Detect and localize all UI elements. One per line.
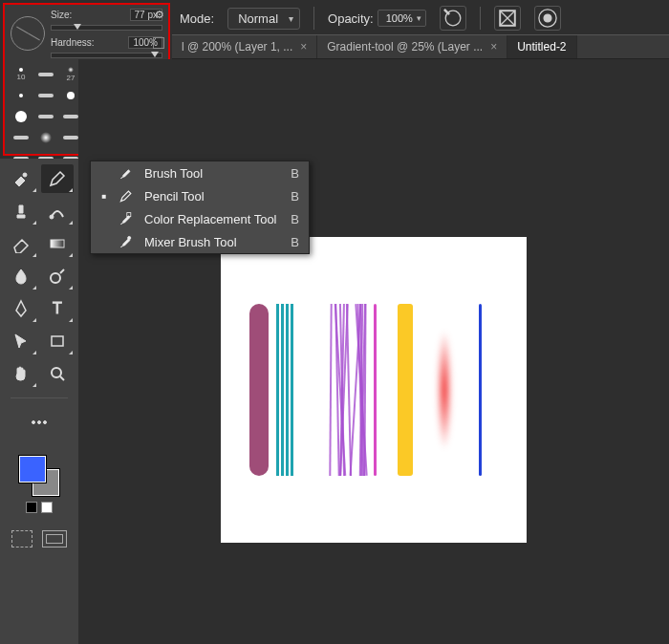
flyout-indicator-icon: [69, 318, 73, 322]
mode-label: Mode:: [180, 11, 214, 26]
svg-point-4: [23, 173, 27, 177]
tools-toolbar: T: [0, 159, 78, 644]
hardness-label: Hardness:: [51, 37, 95, 48]
brush-preset[interactable]: [9, 106, 33, 127]
brush-preset[interactable]: [33, 85, 58, 106]
svg-point-7: [51, 273, 60, 283]
flyout-indicator-icon: [32, 318, 36, 322]
gradient-tool[interactable]: [41, 229, 74, 258]
flyout-item-mixer[interactable]: Mixer Brush ToolB: [91, 230, 309, 253]
color-replace-icon: [118, 211, 135, 226]
airbrush-button[interactable]: [494, 6, 521, 31]
sample-stroke: [276, 304, 293, 476]
sample-stroke: [479, 304, 482, 476]
hand-tool[interactable]: [5, 359, 37, 388]
brush-tool-flyout: Brush ToolB■Pencil ToolBColor Replacemen…: [90, 161, 310, 254]
screenmode-button[interactable]: [42, 530, 67, 547]
chevron-down-icon: ▾: [417, 13, 421, 23]
options-bar: Mode: Normal ▾ Opacity: 100%▾: [172, 4, 669, 32]
flyout-shortcut: B: [291, 189, 299, 204]
flyout-indicator-icon: [69, 188, 73, 192]
flyout-indicator-icon: [32, 221, 36, 225]
tab-label: Gradient-tool @ 25% (Layer ...: [327, 40, 483, 54]
dodge-tool[interactable]: [41, 262, 74, 290]
active-mark: ■: [100, 192, 108, 201]
flip-icon[interactable]: [153, 37, 164, 49]
flyout-item-pencil[interactable]: ■Pencil ToolB: [91, 184, 309, 207]
svg-text:T: T: [53, 300, 62, 316]
opacity-label: Opacity:: [328, 11, 374, 26]
document-tab[interactable]: l @ 200% (Layer 1, ...×: [172, 35, 317, 58]
size-slider[interactable]: [51, 25, 162, 31]
svg-rect-6: [51, 240, 64, 247]
flyout-item-color-replace[interactable]: Color Replacement ToolB: [91, 207, 309, 230]
foreground-swatch[interactable]: [19, 456, 46, 483]
pencil-tool[interactable]: [41, 164, 74, 193]
blur-tool[interactable]: [5, 262, 37, 290]
sample-stroke: [436, 304, 453, 476]
pen-tool[interactable]: [5, 294, 37, 323]
quickmask-button[interactable]: [11, 530, 32, 547]
default-swap-icons[interactable]: [26, 502, 53, 513]
separator: [11, 397, 68, 398]
color-swatches[interactable]: [19, 456, 59, 496]
brush-preset[interactable]: [9, 127, 33, 148]
document-tab[interactable]: Untitled-2: [507, 35, 576, 58]
flyout-shortcut: B: [291, 212, 299, 226]
brush-preset[interactable]: [9, 85, 33, 106]
opacity-value[interactable]: 100%▾: [378, 10, 426, 27]
rectangle-tool[interactable]: [41, 327, 74, 355]
svg-point-13: [44, 421, 47, 424]
brush-preset[interactable]: 10: [9, 64, 33, 85]
pressure-size-button[interactable]: [534, 6, 561, 31]
history-brush-tool[interactable]: [41, 197, 74, 225]
svg-point-5: [50, 215, 54, 219]
heal-brush-tool[interactable]: [5, 164, 37, 193]
type-tool[interactable]: T: [41, 294, 74, 323]
canvas[interactable]: [221, 237, 527, 543]
document-tabs: l @ 200% (Layer 1, ...×Gradient-tool @ 2…: [172, 34, 669, 59]
close-icon[interactable]: ×: [490, 40, 497, 54]
flyout-item-brush[interactable]: Brush ToolB: [91, 161, 309, 184]
brush-preset[interactable]: [33, 64, 58, 85]
flyout-indicator-icon: [69, 286, 73, 290]
mode-select[interactable]: Normal ▾: [227, 8, 300, 30]
svg-point-11: [32, 421, 35, 424]
tab-label: Untitled-2: [517, 40, 566, 54]
flyout-indicator-icon: [69, 351, 73, 354]
edit-toolbar-button[interactable]: [23, 408, 55, 437]
eraser-tool[interactable]: [5, 229, 37, 258]
hardness-slider[interactable]: [51, 53, 162, 58]
mode-value: Normal: [238, 11, 278, 26]
flyout-shortcut: B: [291, 235, 299, 249]
document-tab[interactable]: Gradient-tool @ 25% (Layer ...×: [317, 35, 507, 58]
stamp-tool[interactable]: [5, 197, 37, 225]
brush-icon: [118, 165, 135, 181]
pressure-opacity-button[interactable]: [440, 6, 466, 31]
flyout-label: Brush Tool: [144, 166, 203, 181]
mixer-icon: [118, 234, 135, 249]
flyout-indicator-icon: [32, 188, 36, 192]
flyout-indicator-icon: [69, 253, 73, 257]
zoom-tool[interactable]: [41, 359, 74, 388]
flyout-indicator-icon: [32, 253, 36, 257]
size-label: Size:: [51, 10, 72, 20]
sample-stroke: [249, 304, 269, 476]
flyout-indicator-icon: [32, 383, 36, 387]
brush-preset[interactable]: [33, 106, 58, 127]
flyout-indicator-icon: [69, 221, 73, 225]
sample-stroke: [398, 304, 413, 476]
angle-dial[interactable]: [11, 16, 45, 51]
path-select-tool[interactable]: [5, 327, 37, 355]
brush-preset[interactable]: [33, 127, 58, 148]
flyout-label: Color Replacement Tool: [144, 212, 277, 226]
sample-stroke: [326, 304, 364, 476]
tab-label: l @ 200% (Layer 1, ...: [182, 40, 292, 54]
svg-rect-9: [52, 336, 63, 346]
flyout-label: Pencil Tool: [144, 189, 205, 204]
flyout-shortcut: B: [291, 166, 299, 181]
flyout-indicator-icon: [32, 351, 36, 354]
close-icon[interactable]: ×: [300, 40, 307, 54]
flyout-label: Mixer Brush Tool: [144, 235, 237, 249]
gear-icon[interactable]: ⚙: [155, 9, 164, 21]
